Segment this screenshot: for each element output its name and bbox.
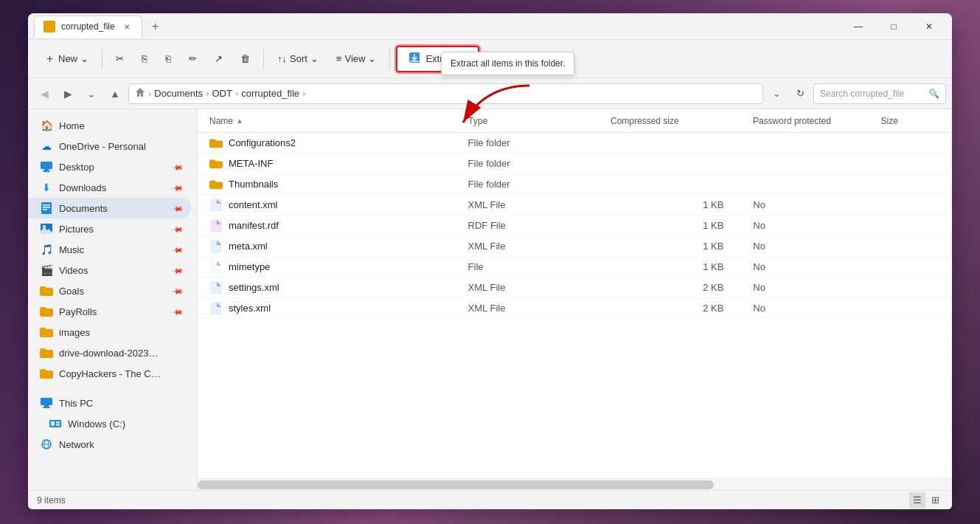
search-box[interactable]: Search corrupted_file 🔍 <box>813 83 946 104</box>
documents-icon <box>40 201 53 215</box>
file-password-cell: No <box>753 241 880 252</box>
table-row[interactable]: Thumbnails File folder <box>198 174 952 195</box>
sort-button[interactable]: ↑↓ Sort ⌄ <box>270 46 326 72</box>
horizontal-scrollbar[interactable] <box>198 478 952 490</box>
path-odt[interactable]: ODT <box>212 88 232 99</box>
sidebar-item-music[interactable]: 🎵 Music 📌 <box>28 239 191 260</box>
copy-button[interactable]: ⎘ <box>134 46 155 72</box>
forward-button[interactable]: ▶ <box>58 83 78 104</box>
file-type-cell: File folder <box>468 179 611 190</box>
table-row[interactable]: Configurations2 File folder <box>198 133 952 154</box>
column-type-header[interactable]: Type <box>468 116 611 126</box>
share-button[interactable]: ↗ <box>207 46 230 72</box>
cut-button[interactable]: ✂ <box>108 46 131 72</box>
list-view-button[interactable]: ☰ <box>909 492 925 509</box>
svg-rect-20 <box>211 220 221 232</box>
xml-file-icon <box>209 199 223 212</box>
sidebar-item-downloads[interactable]: ⬇ Downloads 📌 <box>28 177 191 198</box>
sidebar-item-network[interactable]: Network <box>28 434 191 455</box>
table-row[interactable]: meta.xml XML File 1 KB No <box>198 236 952 257</box>
file-area: Name ▲ Type Compressed size Password pro… <box>198 109 952 490</box>
sidebar-item-videos[interactable]: 🎬 Videos 📌 <box>28 260 191 280</box>
videos-pin-icon: 📌 <box>172 264 184 276</box>
svg-rect-18 <box>211 199 221 211</box>
address-bar: ◀ ▶ ⌄ ▲ › Documents › ODT › corrupted_fi… <box>28 78 952 109</box>
paste-button[interactable]: ⎗ <box>158 46 178 72</box>
new-tab-button[interactable]: + <box>145 16 166 37</box>
address-dropdown-button[interactable]: ⌄ <box>766 83 787 104</box>
file-type-cell: File <box>468 261 611 272</box>
maximize-button[interactable]: □ <box>877 13 911 40</box>
home-icon: 🏠 <box>40 119 53 132</box>
close-button[interactable]: ✕ <box>912 13 946 40</box>
rename-button[interactable]: ✏ <box>181 46 204 72</box>
table-row[interactable]: settings.xml XML File 2 KB No <box>198 277 952 298</box>
back-button[interactable]: ◀ <box>34 83 55 104</box>
tab-title: corrupted_file <box>61 21 115 32</box>
table-row[interactable]: styles.xml XML File 2 KB No <box>198 298 952 319</box>
window-controls: — □ ✕ <box>841 13 946 40</box>
column-password-header[interactable]: Password protected <box>753 116 881 126</box>
file-type-cell: File folder <box>468 137 611 148</box>
folder-icon <box>209 137 223 150</box>
refresh-button[interactable]: ↻ <box>790 83 810 104</box>
path-documents[interactable]: Documents <box>154 88 203 99</box>
toolbar-separator-1 <box>102 49 102 69</box>
address-path[interactable]: › Documents › ODT › corrupted_file › <box>128 83 763 104</box>
sidebar: 🏠 Home ☁ OneDrive - Personal Desktop 📌 ⬇… <box>28 109 198 490</box>
column-name-header[interactable]: Name ▲ <box>198 116 468 126</box>
svg-rect-28 <box>211 303 221 314</box>
images-folder-icon <box>40 325 53 339</box>
sidebar-item-copyhackers[interactable]: CopyHackers - The Convers <box>28 363 191 384</box>
new-button[interactable]: ＋ New ⌄ <box>37 46 96 72</box>
table-row[interactable]: content.xml XML File 1 KB No <box>198 195 952 216</box>
sidebar-item-goals[interactable]: Goals 📌 <box>28 280 191 301</box>
downloads-icon: ⬇ <box>40 181 53 194</box>
table-row[interactable]: manifest.rdf RDF File 1 KB No <box>198 216 952 236</box>
sidebar-item-music-label: Music <box>59 244 84 255</box>
videos-icon: 🎬 <box>40 263 53 277</box>
sidebar-item-images[interactable]: images <box>28 322 191 342</box>
toolbar-separator-3 <box>389 49 390 69</box>
sidebar-item-pictures[interactable]: Pictures 📌 <box>28 218 191 239</box>
xml-file-icon <box>209 302 223 315</box>
file-password-cell: No <box>753 282 880 293</box>
column-size-header[interactable]: Size <box>881 116 952 126</box>
view-button[interactable]: ≡ View ⌄ <box>329 46 384 72</box>
active-tab[interactable]: corrupted_file ✕ <box>34 15 142 38</box>
sidebar-item-goals-label: Goals <box>59 286 84 297</box>
search-icon: 🔍 <box>928 89 939 99</box>
table-row[interactable]: mimetype File 1 KB No <box>198 257 952 277</box>
rename-icon: ✏ <box>189 53 197 64</box>
sidebar-item-onedrive-label: OneDrive - Personal <box>59 141 146 152</box>
status-bar: 9 items ☰ ⊞ <box>28 490 952 509</box>
file-list-header: Name ▲ Type Compressed size Password pro… <box>198 109 952 133</box>
svg-rect-9 <box>44 405 49 407</box>
sidebar-item-drive-download[interactable]: drive-download-20230724T <box>28 342 191 363</box>
sidebar-item-thispc[interactable]: This PC <box>28 393 191 413</box>
file-type-cell: XML File <box>468 303 611 314</box>
view-icon: ≡ <box>336 53 342 64</box>
sidebar-item-drive-download-label: drive-download-20230724T <box>59 348 162 359</box>
sidebar-item-downloads-label: Downloads <box>59 182 106 193</box>
horizontal-scrollbar-thumb[interactable] <box>198 480 714 489</box>
title-bar: corrupted_file ✕ + — □ ✕ <box>28 13 952 40</box>
minimize-button[interactable]: — <box>841 13 875 40</box>
sidebar-item-windows-c[interactable]: Windows (C:) <box>28 413 191 434</box>
sidebar-item-onedrive[interactable]: ☁ OneDrive - Personal <box>28 136 191 156</box>
sidebar-item-desktop[interactable]: Desktop 📌 <box>28 156 191 177</box>
up-button[interactable]: ▲ <box>105 83 125 104</box>
delete-button[interactable]: 🗑 <box>233 46 257 72</box>
column-compressed-header[interactable]: Compressed size <box>611 116 753 126</box>
recent-locations-button[interactable]: ⌄ <box>81 83 102 104</box>
tab-close-button[interactable]: ✕ <box>121 21 133 32</box>
grid-view-button[interactable]: ⊞ <box>927 492 943 509</box>
goals-pin-icon: 📌 <box>172 285 184 297</box>
path-corrupted-file[interactable]: corrupted_file <box>241 88 299 99</box>
sidebar-item-payrolls[interactable]: PayRolls 📌 <box>28 301 191 322</box>
sidebar-item-documents[interactable]: Documents 📌 <box>28 198 191 218</box>
sort-label: Sort <box>290 53 307 64</box>
sidebar-item-home[interactable]: 🏠 Home <box>28 115 191 136</box>
table-row[interactable]: META-INF File folder <box>198 154 952 174</box>
sidebar-item-windows-c-label: Windows (C:) <box>68 418 125 430</box>
